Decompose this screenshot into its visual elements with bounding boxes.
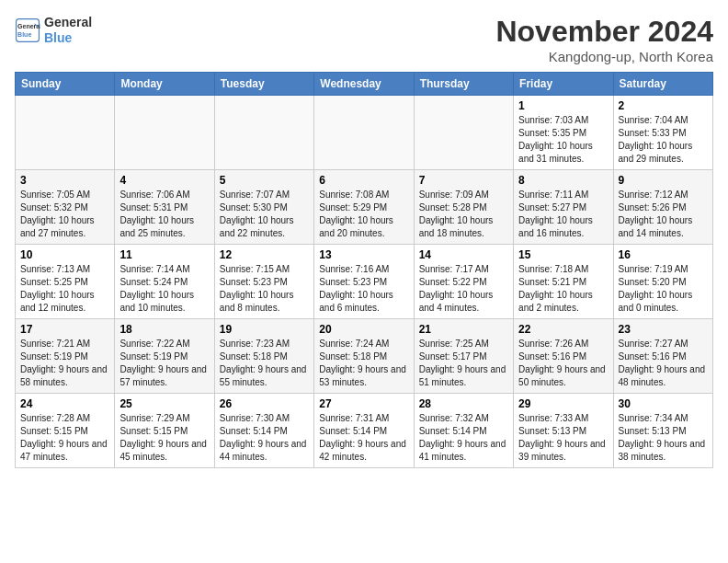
calendar-day-cell: 26Sunrise: 7:30 AMSunset: 5:14 PMDayligh…: [214, 394, 313, 468]
calendar-day-header: Tuesday: [214, 73, 313, 96]
day-number: 16: [619, 248, 708, 261]
calendar-day-cell: 28Sunrise: 7:32 AMSunset: 5:14 PMDayligh…: [414, 394, 513, 468]
calendar-week-row: 24Sunrise: 7:28 AMSunset: 5:15 PMDayligh…: [16, 394, 713, 468]
svg-text:Blue: Blue: [17, 31, 31, 38]
day-info: Sunrise: 7:18 AMSunset: 5:21 PMDaylight:…: [518, 263, 608, 315]
logo-line1: General: [44, 15, 92, 30]
calendar-day-cell: 29Sunrise: 7:33 AMSunset: 5:13 PMDayligh…: [514, 394, 613, 468]
day-info: Sunrise: 7:06 AMSunset: 5:31 PMDaylight:…: [119, 189, 209, 240]
calendar-day-cell: 16Sunrise: 7:19 AMSunset: 5:20 PMDayligh…: [613, 245, 712, 319]
calendar-day-cell: 11Sunrise: 7:14 AMSunset: 5:24 PMDayligh…: [115, 245, 214, 319]
day-info: Sunrise: 7:28 AMSunset: 5:15 PMDaylight:…: [20, 412, 109, 464]
day-info: Sunrise: 7:30 AMSunset: 5:14 PMDaylight:…: [220, 412, 309, 464]
calendar-day-cell: 27Sunrise: 7:31 AMSunset: 5:14 PMDayligh…: [314, 394, 414, 468]
day-number: 9: [619, 174, 708, 187]
day-number: 2: [619, 99, 708, 112]
day-number: 8: [518, 174, 608, 187]
calendar-day-cell: 14Sunrise: 7:17 AMSunset: 5:22 PMDayligh…: [414, 245, 513, 319]
calendar-day-cell: [414, 96, 513, 170]
day-info: Sunrise: 7:15 AMSunset: 5:23 PMDaylight:…: [220, 263, 309, 315]
day-info: Sunrise: 7:19 AMSunset: 5:20 PMDaylight:…: [619, 263, 708, 315]
day-info: Sunrise: 7:27 AMSunset: 5:16 PMDaylight:…: [619, 338, 708, 389]
day-number: 30: [619, 397, 708, 410]
day-number: 21: [419, 323, 508, 336]
day-info: Sunrise: 7:23 AMSunset: 5:18 PMDaylight:…: [220, 338, 309, 389]
day-number: 22: [518, 323, 608, 336]
day-number: 18: [119, 323, 209, 336]
day-number: 10: [20, 248, 109, 261]
calendar-week-row: 17Sunrise: 7:21 AMSunset: 5:19 PMDayligh…: [16, 319, 713, 394]
calendar-week-row: 10Sunrise: 7:13 AMSunset: 5:25 PMDayligh…: [16, 245, 713, 319]
calendar-day-cell: 4Sunrise: 7:06 AMSunset: 5:31 PMDaylight…: [115, 170, 214, 245]
day-info: Sunrise: 7:24 AMSunset: 5:18 PMDaylight:…: [319, 338, 408, 389]
calendar-day-header: Saturday: [613, 73, 712, 96]
day-info: Sunrise: 7:22 AMSunset: 5:19 PMDaylight:…: [119, 338, 209, 389]
calendar-day-cell: 7Sunrise: 7:09 AMSunset: 5:28 PMDaylight…: [414, 170, 513, 245]
logo-icon: General Blue: [15, 17, 40, 43]
calendar-day-cell: 25Sunrise: 7:29 AMSunset: 5:15 PMDayligh…: [115, 394, 214, 468]
calendar-day-cell: [314, 96, 414, 170]
svg-rect-0: [17, 18, 40, 41]
day-number: 14: [419, 248, 508, 261]
day-info: Sunrise: 7:17 AMSunset: 5:22 PMDaylight:…: [419, 263, 508, 315]
calendar-day-cell: 3Sunrise: 7:05 AMSunset: 5:32 PMDaylight…: [16, 170, 115, 245]
calendar-day-cell: 12Sunrise: 7:15 AMSunset: 5:23 PMDayligh…: [214, 245, 313, 319]
day-info: Sunrise: 7:11 AMSunset: 5:27 PMDaylight:…: [518, 189, 608, 240]
calendar-day-cell: 21Sunrise: 7:25 AMSunset: 5:17 PMDayligh…: [414, 319, 513, 394]
day-info: Sunrise: 7:33 AMSunset: 5:13 PMDaylight:…: [518, 412, 608, 464]
day-info: Sunrise: 7:31 AMSunset: 5:14 PMDaylight:…: [319, 412, 408, 464]
calendar-day-cell: 9Sunrise: 7:12 AMSunset: 5:26 PMDaylight…: [613, 170, 712, 245]
day-number: 24: [20, 397, 109, 410]
calendar-week-row: 3Sunrise: 7:05 AMSunset: 5:32 PMDaylight…: [16, 170, 713, 245]
calendar-day-cell: 18Sunrise: 7:22 AMSunset: 5:19 PMDayligh…: [115, 319, 214, 394]
day-info: Sunrise: 7:08 AMSunset: 5:29 PMDaylight:…: [319, 189, 408, 240]
day-number: 25: [119, 397, 209, 410]
calendar-day-header: Thursday: [414, 73, 513, 96]
calendar-day-cell: 17Sunrise: 7:21 AMSunset: 5:19 PMDayligh…: [16, 319, 115, 394]
month-title: November 2024: [495, 15, 713, 49]
logo-text: General Blue: [44, 15, 92, 46]
day-number: 11: [119, 248, 209, 261]
day-info: Sunrise: 7:13 AMSunset: 5:25 PMDaylight:…: [20, 263, 109, 315]
day-number: 5: [220, 174, 309, 187]
calendar-day-cell: 5Sunrise: 7:07 AMSunset: 5:30 PMDaylight…: [214, 170, 313, 245]
day-number: 6: [319, 174, 408, 187]
calendar-week-row: 1Sunrise: 7:03 AMSunset: 5:35 PMDaylight…: [16, 96, 713, 170]
calendar-day-header: Monday: [115, 73, 214, 96]
day-number: 3: [20, 174, 109, 187]
calendar-day-cell: 6Sunrise: 7:08 AMSunset: 5:29 PMDaylight…: [314, 170, 414, 245]
day-number: 19: [220, 323, 309, 336]
calendar-table: SundayMondayTuesdayWednesdayThursdayFrid…: [15, 72, 713, 468]
day-number: 27: [319, 397, 408, 410]
calendar-day-cell: 24Sunrise: 7:28 AMSunset: 5:15 PMDayligh…: [16, 394, 115, 468]
logo: General Blue General Blue: [15, 15, 92, 46]
calendar-day-cell: [115, 96, 214, 170]
day-info: Sunrise: 7:21 AMSunset: 5:19 PMDaylight:…: [20, 338, 109, 389]
day-info: Sunrise: 7:34 AMSunset: 5:13 PMDaylight:…: [619, 412, 708, 464]
title-block: November 2024 Kangdong-up, North Korea: [495, 15, 713, 64]
calendar-day-cell: 1Sunrise: 7:03 AMSunset: 5:35 PMDaylight…: [514, 96, 613, 170]
calendar-day-header: Sunday: [16, 73, 115, 96]
day-number: 7: [419, 174, 508, 187]
calendar-day-cell: 22Sunrise: 7:26 AMSunset: 5:16 PMDayligh…: [514, 319, 613, 394]
day-number: 20: [319, 323, 408, 336]
svg-text:General: General: [17, 23, 40, 29]
calendar-day-cell: 23Sunrise: 7:27 AMSunset: 5:16 PMDayligh…: [613, 319, 712, 394]
day-info: Sunrise: 7:14 AMSunset: 5:24 PMDaylight:…: [119, 263, 209, 315]
calendar-header-row: SundayMondayTuesdayWednesdayThursdayFrid…: [16, 73, 713, 96]
calendar-day-cell: 10Sunrise: 7:13 AMSunset: 5:25 PMDayligh…: [16, 245, 115, 319]
day-number: 12: [220, 248, 309, 261]
day-info: Sunrise: 7:12 AMSunset: 5:26 PMDaylight:…: [619, 189, 708, 240]
logo-line2: Blue: [44, 30, 72, 45]
day-number: 1: [518, 99, 608, 112]
day-number: 26: [220, 397, 309, 410]
day-info: Sunrise: 7:07 AMSunset: 5:30 PMDaylight:…: [220, 189, 309, 240]
calendar-day-header: Friday: [514, 73, 613, 96]
calendar-day-cell: [214, 96, 313, 170]
day-number: 28: [419, 397, 508, 410]
calendar-day-cell: 15Sunrise: 7:18 AMSunset: 5:21 PMDayligh…: [514, 245, 613, 319]
day-info: Sunrise: 7:32 AMSunset: 5:14 PMDaylight:…: [419, 412, 508, 464]
calendar-day-cell: [16, 96, 115, 170]
location: Kangdong-up, North Korea: [495, 49, 713, 64]
day-number: 23: [619, 323, 708, 336]
